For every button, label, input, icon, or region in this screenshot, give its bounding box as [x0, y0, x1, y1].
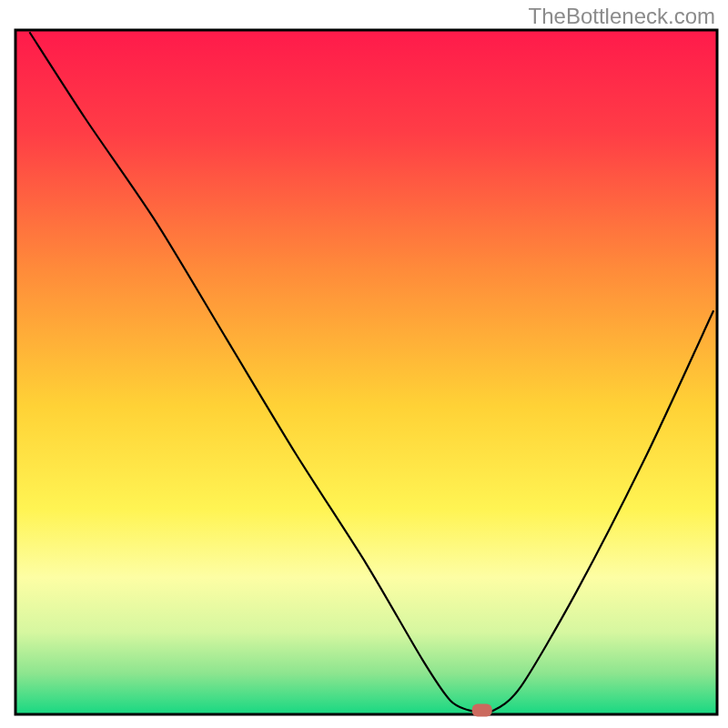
plot-background — [15, 30, 717, 714]
optimal-point-marker — [472, 703, 492, 716]
chart-container: TheBottleneck.com — [0, 0, 728, 728]
watermark-text: TheBottleneck.com — [529, 4, 715, 29]
bottleneck-chart — [0, 0, 728, 728]
